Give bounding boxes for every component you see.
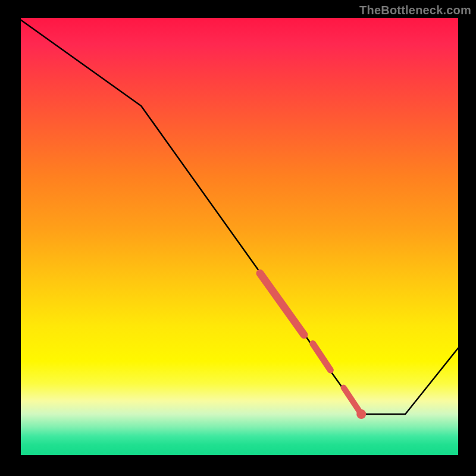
- highlight-segment-2: [313, 344, 331, 370]
- watermark-text: TheBottleneck.com: [359, 4, 471, 17]
- highlight-end-dot: [356, 409, 366, 419]
- highlight-segment-1: [260, 273, 304, 335]
- chart-overlay: [18, 18, 458, 458]
- chart-container: TheBottleneck.com: [0, 0, 476, 476]
- plot-area: [18, 18, 458, 458]
- highlight-segment-3: [344, 388, 362, 414]
- bottleneck-curve: [18, 18, 458, 414]
